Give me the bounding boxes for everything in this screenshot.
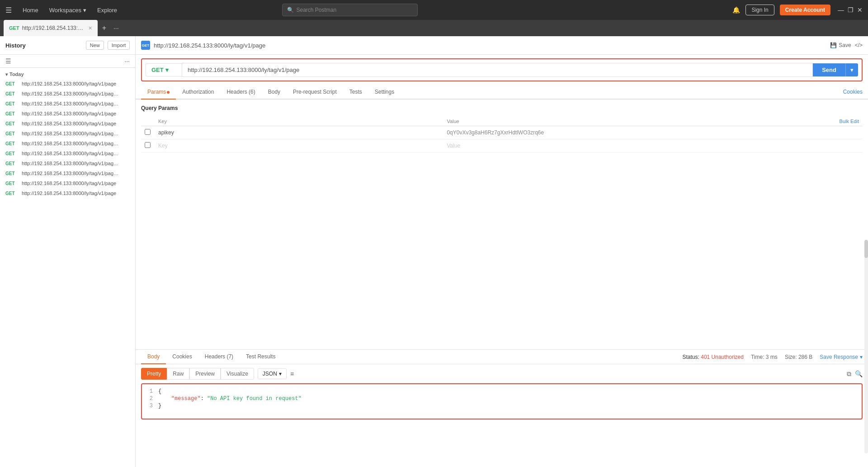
tab-method-badge: GET [9, 25, 19, 31]
value-column-header: Value [443, 117, 804, 126]
send-dropdown[interactable]: ▾ [845, 63, 858, 76]
response-tab-headers-(7)[interactable]: Headers (7) [198, 350, 240, 364]
history-item-url: http://192.168.254.133:8000/ly/tag/v1/pa… [22, 91, 121, 96]
nav-explore[interactable]: Explore [94, 5, 121, 15]
save-button[interactable]: 💾 Save [830, 42, 851, 48]
tab-url: http://192.168.254.133:8... [22, 25, 85, 31]
history-item[interactable]: GEThttp://192.168.254.133:8000/ly/tag/v1… [0, 178, 135, 188]
minimize-button[interactable]: — [838, 6, 844, 14]
copy-icon[interactable]: ⧉ [847, 370, 851, 378]
request-tab-params[interactable]: Params [141, 85, 176, 100]
bell-icon[interactable]: 🔔 [732, 6, 740, 14]
response-tabs: BodyCookiesHeaders (7)Test Results Statu… [136, 350, 868, 364]
import-button[interactable]: Import [108, 41, 130, 50]
signin-button[interactable]: Sign In [745, 5, 774, 15]
request-tab-pre-request-script[interactable]: Pre-request Script [287, 85, 343, 100]
nav-home[interactable]: Home [19, 5, 42, 15]
format-tab-pretty[interactable]: Pretty [141, 368, 167, 380]
new-button[interactable]: New [86, 41, 104, 50]
history-item[interactable]: GEThttp://192.168.254.133:8000/ly/tag/v1… [0, 79, 135, 89]
wrap-icon[interactable]: ≡ [290, 370, 294, 377]
format-tab-visualize[interactable]: Visualize [221, 368, 254, 380]
history-item[interactable]: GEThttp://192.168.254.133:8000/ly/tag/v1… [0, 129, 135, 138]
response-tab-body[interactable]: Body [141, 350, 166, 364]
window-controls: — ❐ ✕ [838, 6, 863, 14]
table-row: apikey 0qY0vXv3g8aH6Rz7gXxrHdtlWO3zrq6e [141, 126, 863, 139]
history-item[interactable]: GEThttp://192.168.254.133:8000/ly/tag/v1… [0, 99, 135, 109]
cookies-link[interactable]: Cookies [843, 89, 863, 95]
search-input[interactable] [297, 7, 413, 13]
param-key: apikey [155, 126, 443, 139]
table-row: Key Value [141, 139, 863, 152]
params-table: Key Value Bulk Edit apikey 0qY0vXv3g8aH6… [141, 117, 863, 152]
request-tab-headers-(6)[interactable]: Headers (6) [220, 85, 261, 100]
save-response-button[interactable]: Save Response ▾ [820, 354, 863, 360]
history-item[interactable]: GEThttp://192.168.254.133:8000/ly/tag/v1… [0, 158, 135, 168]
history-item-url: http://192.168.254.133:8000/ly/tag/v1/pa… [22, 81, 116, 86]
scrollbar-vertical[interactable] [864, 240, 868, 453]
bulk-edit-button[interactable]: Bulk Edit [804, 117, 863, 126]
nav-workspaces[interactable]: Workspaces ▾ [49, 7, 86, 14]
send-button[interactable]: Send [813, 63, 845, 76]
history-item-url: http://192.168.254.133:8000/ly/tag/v1/pa… [22, 131, 121, 136]
status-value: 401 Unauthorized [701, 354, 744, 360]
key-column-header: Key [155, 117, 443, 126]
method-badge: GET [5, 91, 18, 96]
fmt-tabs-list: PrettyRawPreviewVisualize [141, 368, 254, 380]
format-select[interactable]: JSON ▾ [258, 368, 287, 379]
history-item[interactable]: GEThttp://192.168.254.133:8000/ly/tag/v1… [0, 89, 135, 99]
param-value: 0qY0vXv3g8aH6Rz7gXxrHdtlWO3zrq6e [443, 126, 804, 139]
maximize-button[interactable]: ❐ [848, 6, 854, 14]
history-item[interactable]: GEThttp://192.168.254.133:8000/ly/tag/v1… [0, 168, 135, 178]
history-item[interactable]: GEThttp://192.168.254.133:8000/ly/tag/v1… [0, 188, 135, 198]
request-tab-body[interactable]: Body [262, 85, 287, 100]
response-tab-cookies[interactable]: Cookies [166, 350, 198, 364]
row-checkbox[interactable] [145, 142, 151, 148]
method-badge: GET [5, 81, 18, 86]
create-account-button[interactable]: Create Account [780, 5, 830, 15]
history-item-url: http://192.168.254.133:8000/ly/tag/v1/pa… [22, 111, 116, 116]
sidebar-more-icon[interactable]: ··· [124, 57, 130, 65]
format-tab-preview[interactable]: Preview [189, 368, 221, 380]
resp-actions: ⧉ 🔍 [847, 370, 863, 378]
query-params-title: Query Params [141, 105, 863, 111]
param-value: Value [443, 139, 804, 152]
history-item[interactable]: GEThttp://192.168.254.133:8000/ly/tag/v1… [0, 109, 135, 119]
history-item-url: http://192.168.254.133:8000/ly/tag/v1/pa… [22, 151, 121, 156]
format-tab-raw[interactable]: Raw [167, 368, 189, 380]
history-item-url: http://192.168.254.133:8000/ly/tag/v1/pa… [22, 141, 121, 146]
more-tabs-button[interactable]: ··· [111, 24, 122, 32]
tab-close-icon[interactable]: ✕ [88, 25, 92, 31]
history-item[interactable]: GEThttp://192.168.254.133:8000/ly/tag/v1… [0, 119, 135, 129]
filter-icon[interactable]: ☰ [5, 57, 11, 65]
request-tab-authorization[interactable]: Authorization [176, 85, 220, 100]
save-icon: 💾 [830, 42, 837, 48]
menu-icon[interactable]: ☰ [5, 6, 12, 14]
add-tab-button[interactable]: + [99, 24, 109, 32]
search-bar: 🔍 [282, 4, 418, 16]
history-section-today: ▾ Today [0, 68, 135, 79]
method-url-row: GET ▾ Send ▾ [146, 63, 858, 77]
url-input[interactable] [182, 63, 813, 77]
request-tab-settings[interactable]: Settings [368, 85, 401, 100]
close-button[interactable]: ✕ [857, 6, 863, 14]
request-url-display: http://192.168.254.133:8000/ly/tag/v1/pa… [154, 42, 826, 49]
send-button-group: Send ▾ [813, 63, 858, 76]
response-tab-test-results[interactable]: Test Results [240, 350, 282, 364]
history-item[interactable]: GEThttp://192.168.254.133:8000/ly/tag/v1… [0, 138, 135, 148]
request-tabs: ParamsAuthorizationHeaders (6)BodyPre-re… [136, 85, 868, 100]
method-select[interactable]: GET ▾ [146, 63, 182, 76]
code-button[interactable]: </> [855, 42, 863, 48]
history-item[interactable]: GEThttp://192.168.254.133:8000/ly/tag/v1… [0, 148, 135, 158]
history-item-url: http://192.168.254.133:8000/ly/tag/v1/pa… [22, 121, 116, 126]
request-tab-tests[interactable]: Tests [343, 85, 368, 100]
search-icon: 🔍 [287, 7, 294, 13]
row-checkbox[interactable] [145, 129, 151, 135]
method-badge: GET [5, 101, 18, 106]
search-response-icon[interactable]: 🔍 [855, 370, 863, 378]
method-badge: GET [5, 131, 18, 136]
params-tbody: apikey 0qY0vXv3g8aH6Rz7gXxrHdtlWO3zrq6e … [141, 126, 863, 152]
request-tab[interactable]: GET http://192.168.254.133:8... ✕ [4, 20, 98, 36]
method-badge: GET [5, 121, 18, 126]
method-badge: GET [5, 151, 18, 156]
